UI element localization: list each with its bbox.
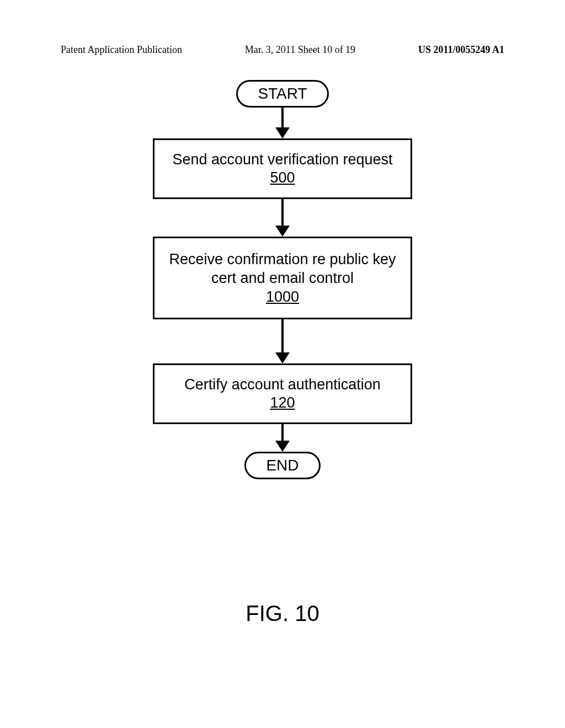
step-1: Send account verification request 500 (153, 138, 412, 199)
header-date-sheet: Mar. 3, 2011 Sheet 10 of 19 (245, 44, 355, 56)
arrow-4 (275, 424, 290, 452)
header-publication: Patent Application Publication (61, 44, 182, 56)
step-1-ref: 500 (270, 169, 295, 186)
step-3: Certify account authentication 120 (153, 363, 412, 424)
step-1-text: Send account verification request (172, 151, 392, 168)
arrow-shaft (281, 319, 284, 352)
figure-caption: FIG. 10 (246, 601, 319, 626)
page: Patent Application Publication Mar. 3, 2… (0, 0, 565, 728)
step-3-text: Certify account authentication (184, 376, 381, 393)
header-pub-number: US 2011/0055249 A1 (418, 44, 504, 56)
arrow-3 (275, 319, 290, 363)
step-2: Receive confirmation re public key cert … (153, 237, 412, 319)
end-terminator: END (244, 452, 320, 479)
arrow-head-icon (275, 127, 290, 138)
arrow-head-icon (275, 441, 290, 452)
step-2-ref: 1000 (266, 288, 299, 306)
arrow-head-icon (275, 352, 290, 363)
arrow-shaft (281, 108, 284, 127)
start-terminator: START (236, 80, 328, 108)
step-2-text: Receive confirmation re public key cert … (160, 250, 405, 288)
arrow-shaft (281, 199, 284, 226)
arrow-head-icon (275, 226, 290, 237)
arrow-2 (275, 199, 290, 237)
page-header: Patent Application Publication Mar. 3, 2… (61, 44, 504, 56)
arrow-shaft (281, 424, 284, 441)
arrow-1 (275, 108, 290, 138)
step-3-ref: 120 (270, 394, 295, 411)
flowchart: START Send account verification request … (153, 80, 412, 479)
